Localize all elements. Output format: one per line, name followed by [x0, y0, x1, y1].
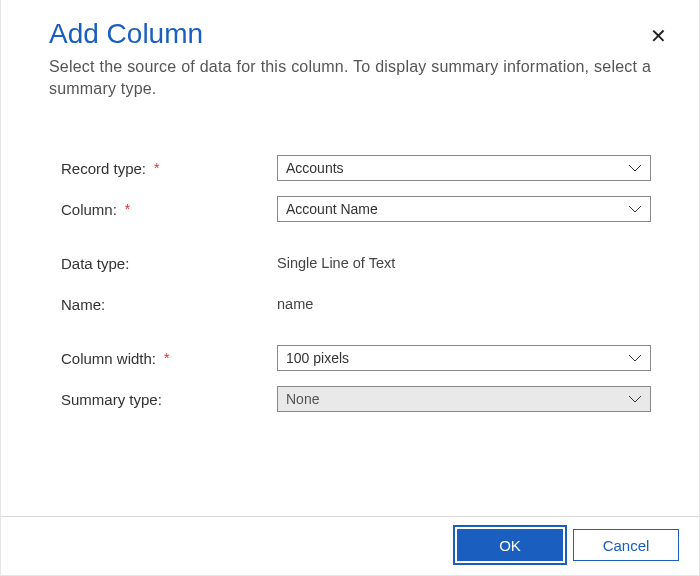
row-summary-type: Summary type: None	[61, 385, 651, 413]
chevron-down-icon	[628, 395, 642, 403]
data-type-label: Data type:	[61, 255, 129, 272]
column-width-select[interactable]: 100 pixels	[277, 345, 651, 371]
column-select[interactable]: Account Name	[277, 196, 651, 222]
summary-type-selected: None	[286, 391, 319, 407]
summary-type-label-cell: Summary type:	[61, 391, 277, 408]
add-column-dialog: Add Column Select the source of data for…	[0, 0, 700, 576]
record-type-select[interactable]: Accounts	[277, 155, 651, 181]
column-value-cell: Account Name	[277, 196, 651, 222]
name-label-cell: Name:	[61, 296, 277, 313]
column-label: Column:	[61, 201, 117, 218]
column-width-value-cell: 100 pixels	[277, 345, 651, 371]
chevron-down-icon	[628, 205, 642, 213]
dialog-header: Add Column Select the source of data for…	[1, 0, 699, 99]
chevron-down-icon	[628, 164, 642, 172]
row-name: Name: name	[61, 290, 651, 318]
data-type-label-cell: Data type:	[61, 255, 277, 272]
required-indicator: *	[154, 160, 159, 176]
record-type-label-cell: Record type: *	[61, 160, 277, 177]
column-width-label-cell: Column width: *	[61, 350, 277, 367]
required-indicator: *	[125, 201, 130, 217]
data-type-value: Single Line of Text	[277, 255, 395, 271]
summary-type-select[interactable]: None	[277, 386, 651, 412]
summary-type-value-cell: None	[277, 386, 651, 412]
record-type-value-cell: Accounts	[277, 155, 651, 181]
summary-type-label: Summary type:	[61, 391, 162, 408]
name-value-cell: name	[277, 295, 651, 313]
row-data-type: Data type: Single Line of Text	[61, 249, 651, 277]
cancel-button[interactable]: Cancel	[573, 529, 679, 561]
row-record-type: Record type: * Accounts	[61, 154, 651, 182]
row-column: Column: * Account Name	[61, 195, 651, 223]
column-selected: Account Name	[286, 201, 378, 217]
row-column-width: Column width: * 100 pixels	[61, 344, 651, 372]
form-body: Record type: * Accounts Column: * Accoun…	[1, 99, 699, 413]
dialog-footer: OK Cancel	[1, 516, 699, 575]
record-type-label: Record type:	[61, 160, 146, 177]
chevron-down-icon	[628, 354, 642, 362]
column-width-selected: 100 pixels	[286, 350, 349, 366]
close-button[interactable]: ✕	[650, 26, 667, 46]
ok-button[interactable]: OK	[457, 529, 563, 561]
dialog-subtitle: Select the source of data for this colum…	[49, 56, 651, 99]
column-label-cell: Column: *	[61, 201, 277, 218]
record-type-selected: Accounts	[286, 160, 344, 176]
close-icon: ✕	[650, 25, 667, 47]
data-type-value-cell: Single Line of Text	[277, 254, 651, 272]
dialog-title: Add Column	[49, 18, 651, 50]
name-value: name	[277, 296, 313, 312]
column-width-label: Column width:	[61, 350, 156, 367]
required-indicator: *	[164, 350, 169, 366]
name-label: Name:	[61, 296, 105, 313]
